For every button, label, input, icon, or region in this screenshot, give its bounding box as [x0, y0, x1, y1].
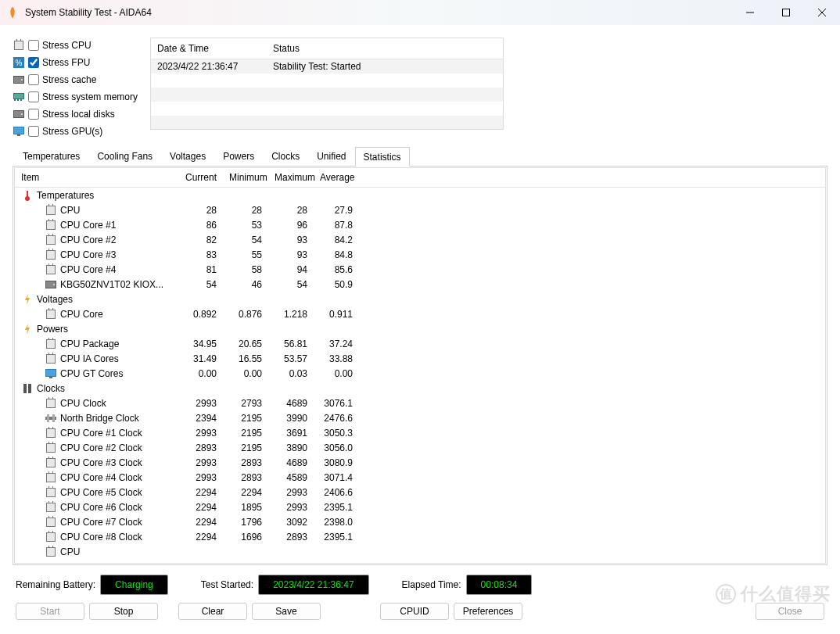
stats-row[interactable]: CPU Core #4 81 58 94 85.6	[15, 262, 825, 277]
stats-header-current[interactable]: Current	[178, 172, 223, 183]
stats-average: 0.911	[314, 309, 359, 320]
minimize-button[interactable]	[732, 0, 768, 25]
stats-row[interactable]: CPU Core #1 86 53 96 87.8	[15, 217, 825, 232]
svg-rect-9	[14, 99, 16, 101]
maximize-button[interactable]	[768, 0, 804, 25]
stats-current: 28	[178, 205, 223, 216]
save-button[interactable]: Save	[252, 603, 321, 620]
test-started-badge: 2023/4/22 21:36:47	[258, 575, 368, 595]
stats-row[interactable]: CPU Core #6 Clock 2294 1895 2993 2395.1	[15, 500, 825, 514]
stats-row[interactable]: CPU Core #3 83 55 93 84.8	[15, 247, 825, 262]
stats-row[interactable]: CPU GT Cores 0.00 0.00 0.03 0.00	[15, 366, 825, 381]
stats-minimum: 2893	[223, 457, 268, 468]
cpuid-button[interactable]: CPUID	[380, 603, 449, 620]
stats-row[interactable]: KBG50ZNV1T02 KIOX... 54 46 54 50.9	[15, 277, 825, 292]
status-row: Remaining Battery: Charging Test Started…	[13, 565, 827, 603]
stats-maximum: 4689	[268, 457, 314, 468]
stats-row[interactable]: North Bridge Clock 2394 2195 3990 2476.6	[15, 410, 825, 425]
chip-icon	[45, 442, 57, 453]
stats-header-maximum[interactable]: Maximum	[268, 172, 314, 183]
stress-checkbox[interactable]	[28, 57, 39, 68]
stress-option: Stress system memory	[13, 89, 144, 104]
tab-voltages[interactable]: Voltages	[161, 146, 214, 166]
stats-average: 2395.1	[314, 532, 359, 543]
stats-minimum: 0.00	[223, 368, 268, 379]
svg-point-19	[53, 284, 55, 285]
stats-row[interactable]: CPU Core #8 Clock 2294 1696 2893 2395.1	[15, 529, 825, 544]
stats-minimum: 53	[223, 220, 268, 231]
stats-minimum: 46	[223, 279, 268, 290]
stats-body[interactable]: TemperaturesCPU 28 28 28 27.9CPU Core #1…	[15, 188, 825, 563]
stats-maximum: 94	[268, 264, 314, 275]
stats-group[interactable]: Temperatures	[15, 188, 825, 202]
close-window-button[interactable]: Close	[756, 603, 824, 620]
stats-row-label: CPU Core #4	[60, 264, 116, 275]
stats-row[interactable]: CPU Core 0.892 0.876 1.218 0.911	[15, 306, 825, 321]
stats-average: 50.9	[314, 279, 359, 290]
stress-checkbox[interactable]	[28, 109, 39, 120]
stats-row[interactable]: CPU Clock 2993 2793 4689 3076.1	[15, 396, 825, 410]
stats-header-average[interactable]: Average	[314, 172, 359, 183]
stats-group[interactable]: Voltages	[15, 292, 825, 306]
tab-temperatures[interactable]: Temperatures	[14, 146, 88, 166]
log-header-status[interactable]: Status	[267, 38, 307, 59]
stats-current: 2893	[178, 442, 223, 453]
stats-minimum: 2893	[223, 472, 268, 483]
tab-cooling-fans[interactable]: Cooling Fans	[88, 146, 161, 166]
stats-row[interactable]: CPU Core #4 Clock 2993 2893 4589 3071.4	[15, 470, 825, 485]
stats-minimum: 2793	[223, 398, 268, 409]
test-started-label: Test Started:	[201, 579, 253, 590]
svg-point-13	[21, 113, 23, 115]
stats-average: 2406.6	[314, 487, 359, 498]
tab-clocks[interactable]: Clocks	[263, 146, 308, 166]
close-button[interactable]	[804, 0, 840, 25]
stats-header-minimum[interactable]: Minimum	[223, 172, 268, 183]
stress-checkbox[interactable]	[28, 126, 39, 137]
tab-powers[interactable]: Powers	[214, 146, 263, 166]
stats-row[interactable]: CPU Core #2 82 54 93 84.2	[15, 232, 825, 247]
stress-checkbox[interactable]	[28, 91, 39, 102]
svg-rect-22	[23, 384, 27, 393]
stats-group[interactable]: Clocks	[15, 381, 825, 396]
disk-icon	[13, 73, 25, 86]
stats-row-label: CPU Core #7 Clock	[60, 517, 142, 528]
stats-row[interactable]: CPU Core #2 Clock 2893 2195 3890 3056.0	[15, 440, 825, 455]
tab-statistics[interactable]: Statistics	[355, 147, 410, 167]
clear-button[interactable]: Clear	[178, 603, 247, 620]
stats-header-item[interactable]: Item	[15, 172, 178, 183]
stats-maximum: 2993	[268, 487, 314, 498]
stats-row[interactable]: CPU IA Cores 31.49 16.55 53.57 33.88	[15, 351, 825, 366]
stress-checkbox[interactable]	[28, 74, 39, 85]
svg-point-7	[21, 79, 23, 81]
stats-current: 2993	[178, 428, 223, 439]
stats-maximum: 96	[268, 220, 314, 231]
stress-options-panel: Stress CPU% Stress FPU Stress cache Stre…	[13, 38, 144, 138]
preferences-button[interactable]: Preferences	[454, 603, 522, 620]
log-row[interactable]: 2023/4/22 21:36:47 Stability Test: Start…	[151, 59, 503, 73]
stats-row[interactable]: CPU Package 34.95 20.65 56.81 37.24	[15, 336, 825, 351]
stats-minimum: 2195	[223, 442, 268, 453]
stats-row[interactable]: CPU Core #1 Clock 2993 2195 3691 3050.3	[15, 425, 825, 440]
stats-average: 27.9	[314, 205, 359, 216]
stats-row[interactable]: CPU 28 28 28 27.9	[15, 202, 825, 217]
stats-current: 86	[178, 220, 223, 231]
stats-current: 2993	[178, 472, 223, 483]
stats-row[interactable]: CPU Core #7 Clock 2294 1796 3092 2398.0	[15, 514, 825, 529]
stop-button[interactable]: Stop	[89, 603, 158, 620]
stats-row[interactable]: CPU	[15, 544, 825, 559]
stats-current: 83	[178, 249, 223, 260]
tab-unified[interactable]: Unified	[308, 146, 354, 166]
stats-row-label: CPU Core #2	[60, 235, 116, 245]
stats-average: 84.2	[314, 235, 359, 245]
chip-icon	[45, 517, 57, 528]
log-row	[151, 102, 503, 116]
start-button[interactable]: Start	[16, 603, 84, 620]
window-title: System Stability Test - AIDA64	[25, 7, 732, 18]
stats-group[interactable]: Powers	[15, 321, 825, 336]
log-row	[151, 88, 503, 102]
stats-row[interactable]: CPU Core #5 Clock 2294 2294 2993 2406.6	[15, 485, 825, 500]
log-header-datetime[interactable]: Date & Time	[151, 38, 267, 59]
stress-checkbox[interactable]	[28, 40, 39, 51]
stats-row[interactable]: CPU Core #3 Clock 2993 2893 4689 3080.9	[15, 455, 825, 470]
stats-row-label: CPU	[60, 546, 80, 557]
